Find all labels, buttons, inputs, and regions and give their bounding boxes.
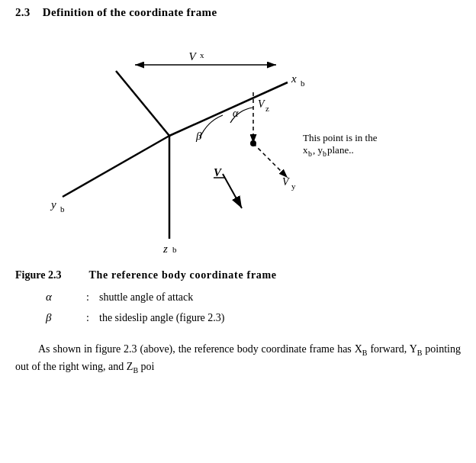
xb-sub: B	[362, 349, 368, 357]
vx-subscript: x	[200, 50, 204, 59]
svg-line-8	[116, 71, 169, 136]
page: 2.3 Definition of the coordinate frame	[0, 0, 476, 463]
v-label: V	[214, 166, 223, 178]
vx-label: V	[188, 50, 197, 63]
annotation-comma: , y	[313, 144, 323, 156]
xb-subscript: b	[301, 79, 305, 88]
coordinate-frame-svg: V x y b z b x b V z V	[17, 25, 459, 262]
xb-label: x	[291, 72, 297, 85]
zb-sub: B	[133, 366, 138, 375]
svg-line-5	[63, 136, 169, 197]
def-row-alpha: α : shuttle angle of attack	[46, 291, 445, 304]
annotation-yb: b	[323, 150, 326, 158]
annotation-xb: b	[308, 150, 312, 158]
figure-caption: Figure 2.3 The reference body coordinate…	[0, 262, 476, 286]
svg-line-11	[223, 174, 242, 208]
svg-line-7	[169, 82, 288, 136]
def-text-beta: the sideslip angle (figure 2.3)	[99, 312, 445, 324]
yb-sub: B	[417, 349, 423, 357]
yb-label: y	[50, 198, 56, 211]
section-header: 2.3 Definition of the coordinate frame	[0, 0, 476, 22]
svg-line-10	[253, 143, 288, 178]
vz-subscript: z	[265, 104, 269, 113]
vy-label: V	[282, 176, 290, 188]
annotation-line1: This point is in the	[303, 132, 378, 143]
def-symbol-beta: β	[46, 311, 76, 324]
figure-caption-label: Figure 2.3	[15, 269, 61, 281]
intersection-point	[250, 140, 256, 146]
figure-diagram: V x y b z b x b V z V	[0, 25, 476, 262]
section-title: Definition of the coordinate frame	[43, 6, 217, 18]
def-text-alpha: shuttle angle of attack	[99, 291, 445, 304]
vz-label: V	[258, 98, 265, 110]
alpha-label: α	[233, 108, 239, 119]
annotation-line2: x	[303, 144, 308, 156]
def-symbol-alpha: α	[46, 291, 76, 304]
body-paragraph: As shown in figure 2.3 (above), the refe…	[15, 341, 461, 376]
figure-caption-title: The reference body coordinate frame	[88, 269, 276, 281]
zb-subscript: b	[172, 245, 177, 254]
def-row-beta: β : the sideslip angle (figure 2.3)	[46, 311, 445, 324]
definitions-section: α : shuttle angle of attack β : the side…	[0, 286, 476, 336]
body-text: As shown in figure 2.3 (above), the refe…	[0, 336, 476, 379]
beta-label: β	[195, 130, 202, 142]
vy-subscript: y	[291, 182, 296, 191]
def-colon-alpha: :	[76, 291, 99, 304]
yb-subscript: b	[60, 204, 65, 214]
zb-label: z	[162, 243, 168, 255]
annotation-plane: plane..	[327, 144, 354, 156]
section-number: 2.3	[15, 6, 31, 18]
def-colon-beta: :	[76, 312, 99, 324]
